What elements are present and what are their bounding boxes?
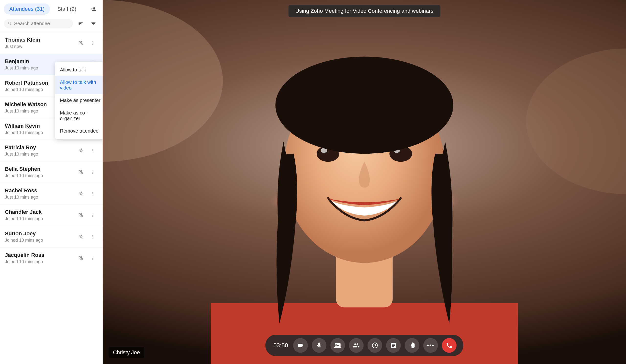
- filter-icon: [91, 21, 96, 26]
- list-item: Jacquelin Ross Joined 10 mins ago: [0, 247, 102, 269]
- menu-item-make-co-organizer[interactable]: Make as co-organizer: [55, 107, 102, 125]
- search-input-wrap: [4, 19, 73, 28]
- mic-off-icon: [78, 40, 84, 46]
- video-camera-icon: [297, 342, 304, 349]
- menu-item-make-presenter[interactable]: Make as presenter: [55, 94, 102, 107]
- attendee-name: Sutton Joey: [5, 230, 77, 237]
- mute-button[interactable]: [77, 167, 86, 177]
- list-item: Rachel Ross Just 10 mins ago: [0, 183, 102, 204]
- mic-off-icon: [78, 169, 84, 175]
- attendees-list: Thomas Klein Just now Benjamin: [0, 32, 102, 364]
- mute-button[interactable]: [77, 232, 86, 242]
- context-menu: Allow to talk Allow to talk with video M…: [55, 62, 102, 139]
- attendee-time: Just 10 mins ago: [5, 152, 77, 157]
- mic-toggle-button[interactable]: [312, 338, 326, 353]
- attendee-actions: [77, 189, 98, 198]
- attendee-info: Chandler Jack Joined 10 mins ago: [5, 209, 77, 221]
- attendee-info: Thomas Klein Just now: [5, 37, 77, 49]
- attendee-name: Chandler Jack: [5, 209, 77, 215]
- participants-button[interactable]: [349, 338, 364, 353]
- meeting-timer: 03:50: [272, 342, 289, 349]
- mic-off-icon: [78, 191, 84, 197]
- mute-button[interactable]: [77, 146, 86, 155]
- menu-item-allow-talk-video[interactable]: Allow to talk with video: [55, 76, 102, 94]
- more-button[interactable]: [88, 146, 98, 155]
- raise-hand-button[interactable]: [405, 338, 419, 353]
- mute-button[interactable]: [77, 254, 86, 263]
- more-options-button[interactable]: •••: [423, 338, 438, 353]
- attendee-name: Jacquelin Ross: [5, 252, 77, 258]
- microphone-icon: [316, 342, 322, 349]
- mute-button[interactable]: [77, 189, 86, 198]
- mic-off-icon: [78, 256, 84, 261]
- attendee-name: Bella Stephen: [5, 166, 77, 172]
- tabs-row: Attendees (31) Staff (2): [0, 0, 102, 15]
- attendee-actions: [77, 232, 98, 242]
- people-icon: [353, 342, 360, 349]
- sort-icon: [78, 21, 83, 26]
- attendee-info: Rachel Ross Just 10 mins ago: [5, 187, 77, 200]
- controls-bar: 03:50: [265, 335, 463, 356]
- share-screen-icon: [334, 342, 341, 349]
- video-area: Using Zoho Meeting for Video Conferencin…: [103, 0, 626, 364]
- attendee-time: Joined 10 mins ago: [5, 173, 77, 178]
- attendee-actions: [77, 254, 98, 263]
- attendee-time: Joined 10 mins ago: [5, 259, 77, 264]
- speaker-label: Christy Joe: [109, 347, 144, 358]
- attendees-panel: Attendees (31) Staff (2): [0, 0, 103, 364]
- more-button[interactable]: [88, 211, 98, 220]
- attendee-actions: [77, 39, 98, 48]
- attendee-info: Patricia Roy Just 10 mins ago: [5, 144, 77, 157]
- attendee-actions: [77, 211, 98, 220]
- more-vert-icon: [90, 191, 96, 197]
- more-button[interactable]: [88, 167, 98, 177]
- list-item: Bella Stephen Joined 10 mins ago: [0, 162, 102, 183]
- mic-off-icon: [78, 213, 84, 218]
- add-attendee-button[interactable]: [88, 4, 99, 14]
- video-toggle-button[interactable]: [293, 338, 308, 353]
- list-item: Sutton Joey Joined 10 mins ago: [0, 226, 102, 247]
- menu-item-remove-attendee[interactable]: Remove attendee: [55, 125, 102, 137]
- attendee-info: Bella Stephen Joined 10 mins ago: [5, 166, 77, 178]
- search-icon: [7, 21, 12, 26]
- end-call-icon: [446, 342, 453, 349]
- attendee-time: Just now: [5, 44, 77, 49]
- raise-hand-icon: [409, 342, 415, 349]
- mic-off-icon: [78, 148, 84, 153]
- list-item: Thomas Klein Just now: [0, 32, 102, 54]
- end-call-button[interactable]: [442, 338, 457, 353]
- more-options-icon: •••: [427, 342, 434, 349]
- attendee-info: Jacquelin Ross Joined 10 mins ago: [5, 252, 77, 264]
- more-vert-icon: [90, 40, 96, 46]
- search-input[interactable]: [14, 21, 70, 26]
- more-button[interactable]: [88, 254, 98, 263]
- poll-icon: [390, 342, 397, 349]
- mic-off-icon: [78, 234, 84, 240]
- attendee-name: Thomas Klein: [5, 37, 77, 43]
- tab-staff[interactable]: Staff (2): [52, 3, 82, 15]
- video-container: Christy Joe: [103, 0, 626, 364]
- mute-button[interactable]: [77, 39, 86, 48]
- more-vert-icon: [90, 213, 96, 218]
- list-item: Chandler Jack Joined 10 mins ago: [0, 204, 102, 226]
- meeting-title: Using Zoho Meeting for Video Conferencin…: [289, 5, 440, 17]
- more-button[interactable]: [88, 232, 98, 242]
- qa-icon: [371, 342, 378, 349]
- video-feed: [103, 0, 626, 364]
- list-item: Benjamin Just 10 mins ago Allow to talk: [0, 54, 102, 75]
- filter-button[interactable]: [88, 18, 99, 29]
- attendee-info: Sutton Joey Joined 10 mins ago: [5, 230, 77, 243]
- more-vert-icon: [90, 169, 96, 175]
- poll-button[interactable]: [386, 338, 401, 353]
- more-button[interactable]: [88, 189, 98, 198]
- search-row: [0, 15, 102, 32]
- share-screen-button[interactable]: [330, 338, 345, 353]
- more-vert-icon: [90, 234, 96, 240]
- menu-item-allow-talk[interactable]: Allow to talk: [55, 64, 102, 76]
- attendee-time: Joined 10 mins ago: [5, 238, 77, 243]
- qa-button[interactable]: [368, 338, 382, 353]
- tab-attendees[interactable]: Attendees (31): [4, 3, 50, 15]
- sort-button[interactable]: [76, 18, 86, 29]
- mute-button[interactable]: [77, 211, 86, 220]
- more-button[interactable]: [88, 39, 98, 48]
